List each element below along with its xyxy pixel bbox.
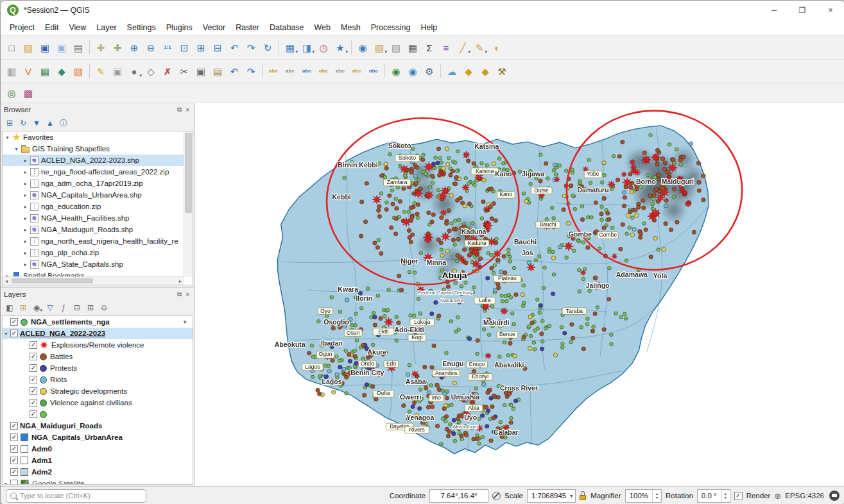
expander-icon[interactable]: ▾ bbox=[4, 135, 11, 140]
layer-item[interactable]: ✓Adm0 bbox=[3, 443, 193, 455]
pan-map-icon[interactable]: ✚ bbox=[93, 40, 108, 55]
field-calculator-icon[interactable]: ≡ bbox=[438, 40, 454, 55]
legend-item[interactable]: ✓Strategic developments bbox=[3, 385, 193, 397]
zoom-last-icon[interactable]: ↶ bbox=[227, 40, 242, 55]
visibility-checkbox[interactable]: ✓ bbox=[30, 353, 37, 360]
close-panel-icon[interactable]: × bbox=[184, 291, 191, 298]
scale-combo[interactable]: 1:7068945 ▾ bbox=[527, 489, 576, 503]
visibility-checkbox[interactable]: ✓ bbox=[30, 341, 37, 349]
open-layer-styling-icon[interactable]: ◧ bbox=[4, 302, 15, 314]
locate-search-input[interactable]: Type to locate (Ctrl+K) bbox=[6, 489, 146, 503]
expander-icon[interactable]: ▸ bbox=[22, 192, 29, 198]
new-shapefile-layer-icon[interactable]: ▧ bbox=[71, 63, 86, 79]
toggle-editing-icon[interactable]: ✎ bbox=[93, 63, 108, 79]
layer-item[interactable]: ✓NGA_Capitals_UrbanArea bbox=[3, 432, 193, 443]
visibility-checkbox[interactable]: ✓ bbox=[30, 376, 37, 383]
visibility-checkbox[interactable]: ✓ bbox=[10, 330, 18, 337]
identify-features-icon[interactable]: ◉ bbox=[355, 40, 370, 55]
metasearch-icon[interactable]: ◉ bbox=[388, 63, 404, 79]
scroll-left-icon[interactable]: ◂ bbox=[3, 278, 10, 284]
statistical-summary-icon[interactable]: Σ bbox=[422, 40, 437, 55]
open-project-icon[interactable]: ▨ bbox=[21, 40, 36, 55]
spinner-arrows-icon[interactable]: ▴▾ bbox=[721, 490, 730, 502]
text-annotation-icon[interactable]: ✎▾ bbox=[472, 40, 487, 55]
new-print-layout-icon[interactable]: ▤ bbox=[71, 40, 86, 55]
menu-project[interactable]: Project bbox=[4, 21, 40, 34]
menu-layer[interactable]: Layer bbox=[91, 21, 121, 34]
visibility-checkbox[interactable]: ✓ bbox=[10, 457, 18, 464]
zoom-next-icon[interactable]: ↷ bbox=[243, 40, 259, 55]
plugin-tools-icon[interactable]: ⚒ bbox=[494, 63, 510, 79]
expander-icon[interactable]: ▸ bbox=[22, 227, 29, 233]
zoom-in-icon[interactable]: ⊕ bbox=[126, 40, 142, 55]
close-button[interactable]: × bbox=[816, 1, 844, 20]
browser-item[interactable]: ▾Favorites bbox=[3, 131, 184, 143]
deselect-features-icon[interactable]: ▧ bbox=[388, 40, 404, 55]
add-selected-layers-icon[interactable]: ⊞ bbox=[4, 117, 15, 129]
add-raster-layer-icon[interactable]: ▦ bbox=[37, 63, 53, 79]
refresh-map-icon[interactable]: ↻ bbox=[260, 40, 275, 55]
legend-item[interactable]: ✓ bbox=[3, 408, 193, 420]
expander-icon[interactable]: ▾ bbox=[3, 331, 10, 337]
zoom-out-icon[interactable]: ⊖ bbox=[143, 40, 159, 55]
expander-icon[interactable]: ▸ bbox=[3, 481, 10, 485]
expander-icon[interactable]: ▸ bbox=[22, 158, 29, 164]
browser-item[interactable]: ▾GIS Training Shapefiles bbox=[3, 143, 184, 155]
filter-indicator-icon[interactable]: ▼ bbox=[182, 319, 187, 325]
layer-item[interactable]: ✓NGA_settlements_nga▼ bbox=[3, 316, 193, 328]
processing-toolbox-icon[interactable]: ⚙ bbox=[422, 63, 437, 79]
visibility-checkbox[interactable]: ✓ bbox=[30, 410, 37, 418]
new-geopackage-layer-icon[interactable]: ◆ bbox=[54, 63, 69, 79]
crs-icon[interactable]: ⊕ bbox=[774, 492, 781, 500]
scrollbar-thumb[interactable] bbox=[12, 278, 93, 283]
browser-hscrollbar[interactable]: ◂ ▸ bbox=[3, 276, 184, 285]
vertex-tool-icon[interactable]: ◇ bbox=[143, 63, 159, 79]
pin-unpin-labels-icon[interactable]: abc bbox=[299, 63, 314, 79]
menu-settings[interactable]: Settings bbox=[122, 21, 161, 34]
map-tips-icon[interactable]: ◖ bbox=[488, 40, 504, 55]
minimize-button[interactable]: ─ bbox=[760, 1, 788, 20]
filter-legend-icon[interactable]: ▽ bbox=[44, 302, 56, 314]
menu-processing[interactable]: Processing bbox=[366, 21, 416, 34]
browser-item[interactable]: ▸NGA_State_Capitals.shp bbox=[3, 258, 184, 270]
messages-icon[interactable] bbox=[829, 491, 840, 501]
expander-icon[interactable]: ▸ bbox=[22, 204, 29, 210]
spatial-bookmarks-icon[interactable]: ★▾ bbox=[332, 40, 348, 55]
menu-view[interactable]: View bbox=[64, 21, 91, 34]
qgis2threejs-icon[interactable]: ◆ bbox=[461, 63, 476, 79]
layer-item[interactable]: ✓NGA_Maiduguri_Roads bbox=[3, 420, 193, 432]
expander-icon[interactable]: ▸ bbox=[22, 250, 29, 256]
browser-vscrollbar[interactable] bbox=[184, 131, 193, 277]
menu-web[interactable]: Web bbox=[309, 21, 336, 34]
visibility-checkbox[interactable]: ✓ bbox=[10, 468, 18, 476]
visibility-checkbox[interactable]: ✓ bbox=[30, 399, 37, 407]
browser-item[interactable]: ▸ne_nga_flood-affected_areas_2022.zip bbox=[3, 166, 184, 178]
remove-layer-icon[interactable]: ⊖ bbox=[98, 302, 110, 314]
render-checkbox[interactable]: ✓ bbox=[734, 492, 743, 500]
qgis2threejs-exporter-icon[interactable]: ◆ bbox=[478, 63, 493, 79]
lock-scale-icon[interactable] bbox=[580, 491, 587, 500]
add-point-feature-icon[interactable]: ●▾ bbox=[126, 63, 142, 79]
expander-icon[interactable]: ▸ bbox=[22, 262, 29, 267]
temporal-controller-icon[interactable]: ◷ bbox=[316, 40, 331, 55]
legend-item[interactable]: ✓Violence against civilians bbox=[3, 397, 193, 408]
browser-item[interactable]: ▸NGA_Capitals_UrbanArea.shp bbox=[3, 189, 184, 201]
zoom-to-selection-icon[interactable]: ⊞ bbox=[193, 40, 209, 55]
expander-icon[interactable]: ▸ bbox=[22, 181, 29, 187]
coordinate-input[interactable]: 7.64°,16.4° bbox=[429, 489, 488, 503]
menu-plugins[interactable]: Plugins bbox=[161, 21, 198, 34]
zoom-full-icon[interactable]: ⊡ bbox=[177, 40, 192, 55]
new-project-icon[interactable]: □ bbox=[4, 40, 19, 55]
pan-to-selection-icon[interactable]: ✚ bbox=[110, 40, 125, 55]
add-vector-layer-icon[interactable]: V bbox=[21, 63, 36, 79]
rotate-label-icon[interactable]: abc bbox=[349, 63, 365, 79]
visibility-checkbox[interactable]: ✓ bbox=[30, 364, 37, 372]
save-project-as-icon[interactable]: ▣ bbox=[54, 40, 69, 55]
spinner-arrows-icon[interactable]: ▴▾ bbox=[652, 490, 661, 502]
layer-item[interactable]: ▾✓ACLED_NGA_2022-2023 bbox=[3, 328, 193, 339]
redo-icon[interactable]: ↷ bbox=[243, 63, 259, 79]
filter-browser-icon[interactable]: ▼ bbox=[31, 117, 42, 129]
legend-item[interactable]: ✓Protests bbox=[3, 362, 193, 374]
properties-widget-icon[interactable]: ⓘ bbox=[58, 117, 69, 129]
rotation-spinbox[interactable]: 0.0 ° ▴▾ bbox=[697, 489, 730, 503]
